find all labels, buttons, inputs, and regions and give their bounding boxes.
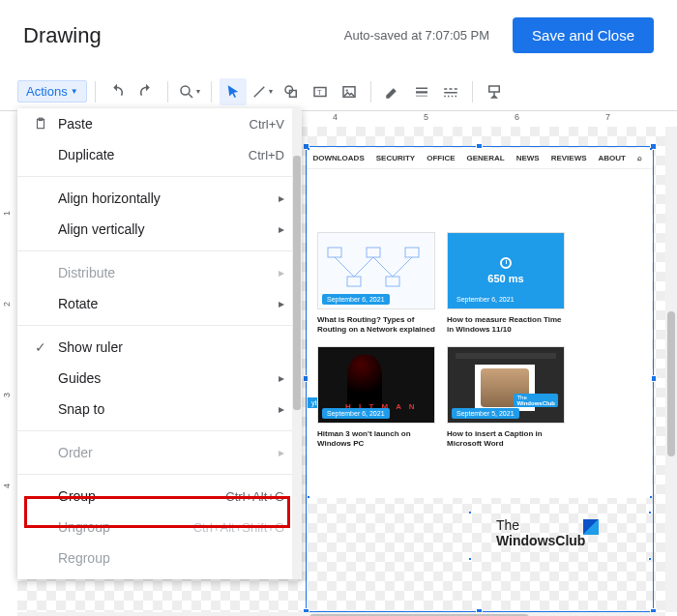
caret-down-icon: ▼ (195, 88, 201, 95)
resize-handle[interactable] (476, 608, 483, 612)
autosave-status: Auto-saved at 7:07:05 PM (344, 28, 489, 43)
check-icon: ✓ (33, 339, 48, 355)
menu-label: Align horizontally (58, 191, 269, 206)
menu-label: Ungroup (58, 519, 184, 535)
border-weight-button[interactable] (408, 78, 435, 105)
menu-item-ungroup: Ungroup Ctrl+Alt+Shift+G (17, 512, 302, 543)
svg-rect-21 (328, 248, 341, 257)
svg-rect-22 (367, 248, 380, 257)
card-thumbnail: 650 ms September 6, 2021 (447, 232, 565, 309)
menu-label: Distribute (58, 265, 269, 280)
zoom-button[interactable]: ▼ (176, 78, 203, 105)
card-thumbnail: September 6, 2021 (317, 232, 435, 309)
chevron-right-icon: ▸ (279, 266, 284, 279)
menu-shortcut: Ctrl+V (250, 117, 284, 132)
toolbar-separator (95, 81, 96, 103)
menu-item-align-vertically[interactable]: Align vertically ▸ (17, 214, 302, 245)
paste-icon (33, 117, 48, 131)
drawing-dialog: Drawing Auto-saved at 7:07:05 PM Save an… (0, 0, 677, 616)
svg-line-28 (373, 257, 393, 277)
menu-label: Duplicate (58, 147, 239, 162)
menu-label: Align vertically (58, 221, 269, 237)
date-tag: September 6, 2021 (322, 294, 390, 305)
menu-item-group[interactable]: Group Ctrl+Alt+G (17, 481, 302, 512)
actions-dropdown-menu: Paste Ctrl+V Duplicate Ctrl+D Align hori… (17, 108, 302, 579)
toolbar-separator (211, 81, 212, 103)
resize-handle[interactable] (469, 512, 472, 514)
shape-tool-button[interactable] (278, 78, 305, 105)
actions-label: Actions (26, 84, 68, 99)
menu-label: Order (58, 445, 269, 460)
menu-label: Group (58, 488, 216, 504)
resize-handle[interactable] (648, 557, 651, 560)
resize-handle[interactable] (308, 148, 310, 151)
toolbar-separator (472, 81, 473, 103)
menu-label: Snap to (58, 401, 269, 417)
svg-rect-9 (416, 87, 427, 89)
menu-item-rotate[interactable]: Rotate ▸ (17, 288, 302, 319)
textbox-tool-button[interactable]: T (307, 78, 334, 105)
menu-separator (17, 325, 302, 326)
menu-shortcut: Ctrl+Alt+Shift+G (193, 520, 284, 535)
chevron-right-icon: ▸ (279, 446, 284, 459)
toolbar-separator (370, 81, 371, 103)
resize-handle[interactable] (469, 557, 472, 560)
menu-item-duplicate[interactable]: Duplicate Ctrl+D (17, 139, 302, 170)
svg-rect-20 (488, 86, 499, 92)
svg-rect-16 (444, 95, 446, 97)
line-tool-button[interactable]: ▼ (249, 78, 276, 105)
svg-rect-24 (347, 277, 361, 286)
menu-label: Rotate (58, 296, 269, 311)
undo-button[interactable] (103, 78, 131, 105)
chevron-right-icon: ▸ (279, 371, 284, 385)
actions-menu-button[interactable]: Actions ▼ (17, 80, 87, 103)
resize-handle[interactable] (649, 148, 652, 151)
redo-button[interactable] (132, 78, 160, 105)
svg-point-8 (345, 89, 347, 91)
menu-item-paste[interactable]: Paste Ctrl+V (17, 108, 302, 139)
latency-text: 650 ms (487, 273, 523, 284)
horizontal-scrollbar[interactable] (17, 612, 665, 616)
svg-rect-19 (455, 95, 456, 97)
menu-scrollbar[interactable] (292, 108, 302, 579)
svg-point-0 (181, 86, 190, 95)
vertical-scrollbar[interactable] (665, 127, 677, 612)
svg-line-29 (393, 257, 412, 277)
menu-item-distribute: Distribute ▸ (17, 257, 302, 288)
resize-handle[interactable] (649, 495, 652, 498)
menu-item-snap-to[interactable]: Snap to ▸ (17, 394, 302, 425)
toolbar: Actions ▼ ▼ ▼ T (0, 73, 677, 111)
selection-inner-box (308, 148, 652, 498)
resize-handle[interactable] (648, 512, 651, 514)
menu-item-show-ruler[interactable]: ✓ Show ruler (17, 332, 302, 363)
chevron-right-icon: ▸ (279, 191, 284, 205)
border-dash-button[interactable] (437, 78, 464, 105)
svg-rect-12 (444, 88, 447, 90)
image-tool-button[interactable] (336, 78, 363, 105)
card-thumbnail: TheWindowsClub September 5, 2021 (447, 346, 565, 424)
menu-item-order: Order ▸ (17, 437, 302, 468)
border-color-button[interactable] (379, 78, 406, 105)
menu-label: Guides (58, 370, 269, 386)
select-tool-button[interactable] (220, 78, 247, 105)
menu-separator (17, 474, 302, 475)
card-thumbnail: H I T M A N September 6, 2021 (317, 346, 435, 424)
save-and-close-button[interactable]: Save and Close (513, 17, 654, 53)
svg-rect-13 (449, 88, 452, 90)
scrollbar-thumb[interactable] (293, 156, 301, 410)
svg-line-26 (335, 257, 354, 277)
watermark-text: The WindowsClub (496, 517, 585, 548)
resize-handle[interactable] (308, 495, 310, 498)
menu-separator (17, 176, 302, 177)
selected-image-2[interactable]: The WindowsClub (469, 512, 651, 560)
resize-handle[interactable] (303, 608, 309, 612)
selected-image-1[interactable]: DOWNLOADS SECURITY OFFICE GENERAL NEWS R… (308, 148, 652, 498)
resize-handle[interactable] (650, 608, 657, 612)
format-tool-button[interactable] (481, 78, 508, 105)
scrollbar-thumb[interactable] (667, 311, 675, 457)
menu-item-align-horizontally[interactable]: Align horizontally ▸ (17, 183, 302, 214)
menu-item-guides[interactable]: Guides ▸ (17, 363, 302, 394)
svg-rect-14 (454, 88, 456, 90)
menu-separator (17, 430, 302, 431)
clock-icon (500, 257, 512, 269)
